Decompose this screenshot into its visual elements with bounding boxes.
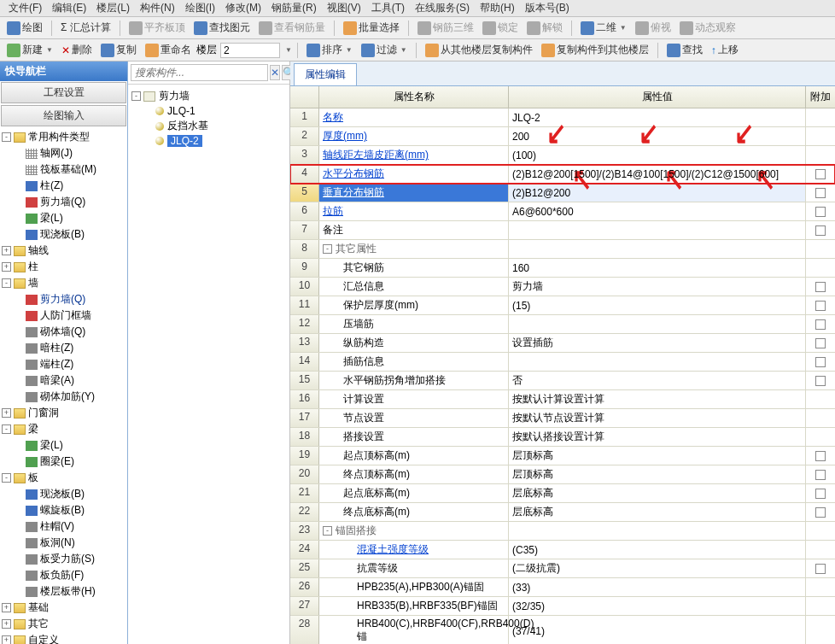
floor-input[interactable] bbox=[220, 43, 280, 58]
prop-value[interactable]: (100) bbox=[509, 146, 806, 164]
prop-value[interactable]: 设置插筋 bbox=[509, 334, 806, 352]
comp-item[interactable]: JLQ-2 bbox=[131, 134, 286, 148]
group-toggle[interactable]: - bbox=[323, 526, 332, 536]
group-toggle[interactable]: - bbox=[323, 244, 332, 254]
property-row[interactable]: 24混凝土强度等级(C35) bbox=[290, 541, 835, 559]
checkbox[interactable] bbox=[815, 169, 826, 179]
nav-btn-draw[interactable]: 绘图输入 bbox=[1, 105, 126, 126]
nav-tree-item[interactable]: 柱(Z) bbox=[2, 178, 126, 194]
prop-value[interactable] bbox=[509, 315, 806, 333]
nav-tree-item[interactable]: 砌体加筋(Y) bbox=[2, 389, 126, 405]
nav-tree-item[interactable]: 圈梁(E) bbox=[2, 454, 126, 470]
nav-tree-item[interactable]: 梁(L) bbox=[2, 210, 126, 226]
tree-toggle[interactable]: + bbox=[2, 262, 11, 272]
prop-value[interactable] bbox=[509, 353, 806, 371]
nav-tree-item[interactable]: 板洞(N) bbox=[2, 535, 126, 551]
prop-value[interactable]: (33) bbox=[509, 578, 806, 596]
tree-toggle[interactable]: + bbox=[2, 603, 11, 612]
prop-value[interactable]: 200 bbox=[509, 127, 806, 145]
nav-tree-item[interactable]: 柱帽(V) bbox=[2, 518, 126, 535]
nav-tree-item[interactable]: 剪力墙(Q) bbox=[2, 194, 126, 210]
nav-tree-item[interactable]: +基础 bbox=[2, 600, 126, 616]
tool-new[interactable]: 新建▼ bbox=[3, 41, 56, 59]
property-row[interactable]: 25抗震等级(二级抗震) bbox=[290, 559, 835, 578]
nav-tree-item[interactable]: -常用构件类型 bbox=[2, 129, 126, 145]
prop-value[interactable]: (37/41) bbox=[509, 616, 806, 644]
property-row[interactable]: 2厚度(mm)200 bbox=[290, 127, 835, 146]
tree-toggle[interactable]: - bbox=[131, 91, 141, 101]
menu-item[interactable]: 楼层(L) bbox=[91, 1, 135, 15]
floor-dropdown[interactable]: ▼ bbox=[285, 46, 292, 54]
property-row[interactable]: 4水平分布钢筋(2)B12@200[1500]/(2)B14@100[1500]… bbox=[290, 165, 835, 184]
tool-sigma[interactable]: Σ 汇总计算 bbox=[57, 19, 114, 37]
nav-tree-item[interactable]: 板负筋(F) bbox=[2, 567, 126, 583]
property-row[interactable]: 28HRB400(C),HRBF400(CF),RRB400(D)锚(37/41… bbox=[290, 616, 835, 644]
prop-value[interactable]: (15) bbox=[509, 296, 806, 314]
property-row[interactable]: 27HRB335(B),HRBF335(BF)锚固(32/35) bbox=[290, 597, 835, 616]
checkbox[interactable] bbox=[815, 225, 826, 236]
tree-toggle[interactable]: - bbox=[2, 424, 11, 434]
menu-item[interactable]: 在线服务(S) bbox=[410, 1, 475, 15]
comp-root[interactable]: -剪力墙 bbox=[131, 88, 286, 104]
prop-value[interactable]: 按默认搭接设置计算 bbox=[509, 428, 806, 446]
tool-find[interactable]: 查找 bbox=[663, 41, 706, 59]
property-row[interactable]: 7备注 bbox=[290, 221, 835, 240]
property-row[interactable]: 3轴线距左墙皮距离(mm)(100) bbox=[290, 146, 835, 165]
component-tree[interactable]: -剪力墙JLQ-1反挡水基JLQ-2 bbox=[128, 85, 289, 644]
checkbox[interactable] bbox=[815, 301, 826, 311]
nav-tree-item[interactable]: 砌体墙(Q) bbox=[2, 324, 126, 340]
checkbox[interactable] bbox=[815, 564, 826, 574]
nav-tree-item[interactable]: -梁 bbox=[2, 421, 126, 437]
menu-item[interactable]: 文件(F) bbox=[3, 1, 47, 15]
prop-value[interactable]: 层顶标高 bbox=[509, 465, 806, 483]
prop-value[interactable]: (2)B12@200[1500]/(2)B14@100[1500]/(2)C12… bbox=[509, 165, 806, 183]
checkbox[interactable] bbox=[815, 188, 826, 198]
menu-item[interactable]: 修改(M) bbox=[220, 1, 266, 15]
prop-value[interactable] bbox=[509, 522, 806, 540]
nav-tree-item[interactable]: +轴线 bbox=[2, 243, 126, 259]
nav-tree[interactable]: -常用构件类型轴网(J)筏板基础(M)柱(Z)剪力墙(Q)梁(L)现浇板(B)+… bbox=[0, 127, 127, 644]
tool-rebar3d[interactable]: 钢筋三维 bbox=[414, 19, 477, 37]
tree-toggle[interactable]: - bbox=[2, 473, 11, 483]
property-row[interactable]: 6拉筋A6@600*600 bbox=[290, 202, 835, 221]
tool-copy-from[interactable]: 从其他楼层复制构件 bbox=[422, 41, 536, 59]
menu-item[interactable]: 版本号(B) bbox=[520, 1, 575, 15]
nav-tree-item[interactable]: +柱 bbox=[2, 259, 126, 275]
main-menubar[interactable]: 文件(F)编辑(E)楼层(L)构件(N)绘图(I)修改(M)钢筋量(R)视图(V… bbox=[0, 0, 835, 17]
property-row[interactable]: 15水平钢筋拐角增加搭接否 bbox=[290, 372, 835, 390]
nav-tree-item[interactable]: 梁(L) bbox=[2, 437, 126, 454]
property-row[interactable]: 23-锚固搭接 bbox=[290, 522, 835, 541]
checkbox[interactable] bbox=[815, 282, 826, 292]
nav-tree-item[interactable]: 螺旋板(B) bbox=[2, 502, 126, 518]
nav-tree-item[interactable]: 楼层板带(H) bbox=[2, 583, 126, 600]
tree-toggle[interactable]: + bbox=[2, 408, 11, 418]
menu-item[interactable]: 编辑(E) bbox=[47, 1, 91, 15]
menu-item[interactable]: 帮助(H) bbox=[475, 1, 520, 15]
search-input[interactable] bbox=[131, 64, 268, 81]
tree-toggle[interactable]: + bbox=[2, 635, 11, 644]
tool-overlook[interactable]: 俯视 bbox=[632, 19, 674, 37]
prop-value[interactable]: 层底标高 bbox=[509, 503, 806, 521]
prop-value[interactable] bbox=[509, 240, 806, 258]
property-row[interactable]: 20终点顶标高(m)层顶标高 bbox=[290, 465, 835, 484]
nav-tree-item[interactable]: 轴网(J) bbox=[2, 145, 126, 161]
tool-filter[interactable]: 过滤▼ bbox=[358, 41, 411, 59]
menu-item[interactable]: 绘图(I) bbox=[180, 1, 220, 15]
tool-delete[interactable]: ✕删除 bbox=[58, 41, 96, 59]
property-row[interactable]: 10汇总信息剪力墙 bbox=[290, 278, 835, 296]
prop-value[interactable]: 按默认计算设置计算 bbox=[509, 390, 806, 408]
nav-tree-item[interactable]: 筏板基础(M) bbox=[2, 161, 126, 178]
property-row[interactable]: 19起点顶标高(m)层顶标高 bbox=[290, 447, 835, 465]
tool-move-up[interactable]: ↑上移 bbox=[708, 41, 742, 59]
nav-btn-project[interactable]: 工程设置 bbox=[1, 82, 126, 103]
tool-view-qty[interactable]: 查看钢筋量 bbox=[255, 19, 329, 37]
tab-property[interactable]: 属性编辑 bbox=[294, 63, 357, 85]
property-row[interactable]: 22终点底标高(m)层底标高 bbox=[290, 503, 835, 522]
nav-tree-item[interactable]: 现浇板(B) bbox=[2, 226, 126, 243]
nav-tree-item[interactable]: 暗梁(A) bbox=[2, 372, 126, 389]
prop-value[interactable]: 层顶标高 bbox=[509, 447, 806, 465]
nav-tree-item[interactable]: -板 bbox=[2, 470, 126, 486]
checkbox[interactable] bbox=[815, 319, 826, 330]
property-row[interactable]: 9其它钢筋160 bbox=[290, 259, 835, 278]
checkbox[interactable] bbox=[815, 357, 826, 367]
